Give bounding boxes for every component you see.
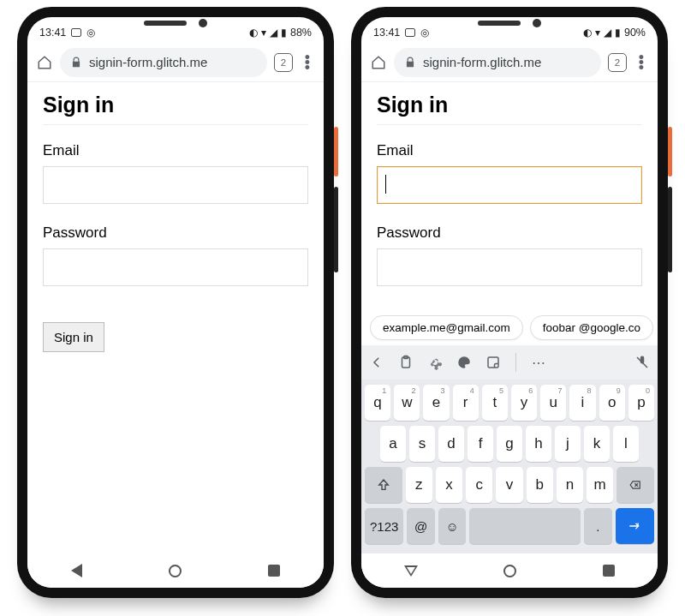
email-field[interactable]	[377, 166, 642, 204]
key-s[interactable]: s	[409, 426, 435, 462]
page-title: Sign in	[43, 93, 308, 125]
key-p[interactable]: p0	[628, 385, 654, 421]
clipboard-icon[interactable]	[397, 354, 414, 371]
key-backspace[interactable]	[616, 467, 654, 503]
key-n[interactable]: n	[557, 467, 583, 503]
key-h[interactable]: h	[526, 426, 551, 462]
password-field[interactable]	[43, 248, 308, 286]
key-space[interactable]	[469, 508, 581, 544]
browser-toolbar: signin-form.glitch.me 2 •••	[27, 43, 324, 82]
menu-button[interactable]: •••	[300, 55, 315, 70]
email-label: Email	[43, 142, 308, 159]
phone-right: 13:41 ◎ ◐ ▾ ◢ ▮ 90% signin-fo	[351, 7, 668, 598]
palette-icon[interactable]	[456, 354, 473, 371]
key-period[interactable]: .	[584, 508, 611, 544]
phone-notch	[144, 19, 207, 27]
nav-back-icon[interactable]	[71, 564, 82, 577]
text-caret	[385, 175, 386, 194]
signal-icon: ◢	[604, 27, 611, 38]
address-bar[interactable]: signin-form.glitch.me	[60, 48, 267, 77]
email-label: Email	[377, 142, 642, 159]
key-at[interactable]: @	[407, 508, 434, 544]
lock-icon	[404, 57, 416, 69]
dnd-icon: ◐	[249, 27, 258, 38]
battery-percent: 90%	[624, 27, 646, 39]
home-icon[interactable]	[36, 55, 53, 70]
suggestion-chip[interactable]: example.me@gmail.com	[370, 315, 523, 340]
status-app-icon	[71, 28, 81, 37]
battery-icon: ▮	[615, 27, 621, 38]
key-emoji[interactable]: ☺	[438, 508, 466, 544]
key-l[interactable]: l	[613, 426, 639, 462]
key-t[interactable]: t5	[482, 385, 508, 421]
phone-notch	[478, 19, 541, 27]
key-symbols[interactable]: ?123	[365, 508, 403, 544]
url-text: signin-form.glitch.me	[423, 55, 541, 69]
nav-recent-icon[interactable]	[603, 565, 615, 577]
sticker-icon[interactable]	[485, 354, 502, 371]
status-time: 13:41	[39, 27, 66, 39]
soft-keyboard: ⋯ q1w2e3r4t5y6u7i8o9p0 asdfghjkl zxcvbnm	[361, 345, 658, 553]
android-navbar	[361, 553, 658, 588]
key-r[interactable]: r4	[453, 385, 479, 421]
nav-home-icon[interactable]	[503, 565, 516, 577]
nav-recent-icon[interactable]	[268, 565, 280, 577]
key-k[interactable]: k	[584, 426, 610, 462]
key-c[interactable]: c	[466, 467, 492, 503]
page-content: Sign in Email Password Sign in	[27, 82, 324, 553]
key-shift[interactable]	[365, 467, 402, 503]
address-bar[interactable]: signin-form.glitch.me	[394, 48, 601, 77]
key-x[interactable]: x	[436, 467, 462, 503]
status-app-icon	[405, 28, 415, 37]
home-icon[interactable]	[370, 55, 387, 70]
key-q[interactable]: q1	[365, 385, 390, 421]
password-label: Password	[377, 224, 642, 242]
key-f[interactable]: f	[468, 426, 493, 462]
signin-button[interactable]: Sign in	[43, 322, 104, 352]
password-field[interactable]	[377, 248, 642, 286]
chevron-left-icon[interactable]	[368, 354, 385, 371]
screen: 13:41 ◎ ◐ ▾ ◢ ▮ 88% signin-fo	[27, 17, 324, 588]
keyboard-toolbar: ⋯	[361, 345, 658, 380]
lock-icon	[70, 57, 82, 69]
key-g[interactable]: g	[497, 426, 522, 462]
autofill-suggestions: example.me@gmail.com foobar @google.co	[361, 310, 658, 345]
signal-icon: ◢	[270, 27, 277, 38]
wifi-icon: ▾	[595, 27, 600, 38]
tab-switcher[interactable]: 2	[608, 53, 627, 72]
suggestion-chip[interactable]: foobar @google.co	[530, 315, 653, 340]
key-enter[interactable]	[616, 508, 654, 544]
svg-rect-2	[488, 357, 498, 368]
key-u[interactable]: u7	[540, 385, 566, 421]
key-w[interactable]: w2	[394, 385, 420, 421]
nav-keyboard-down-icon[interactable]	[404, 565, 418, 577]
key-a[interactable]: a	[380, 426, 406, 462]
nav-home-icon[interactable]	[169, 565, 182, 577]
key-d[interactable]: d	[438, 426, 464, 462]
phone-left: 13:41 ◎ ◐ ▾ ◢ ▮ 88% signin-fo	[17, 7, 334, 598]
page-title: Sign in	[377, 93, 642, 125]
key-b[interactable]: b	[527, 467, 553, 503]
key-i[interactable]: i8	[569, 385, 595, 421]
key-z[interactable]: z	[406, 467, 432, 503]
more-icon[interactable]: ⋯	[530, 354, 547, 371]
android-navbar	[27, 553, 324, 588]
key-o[interactable]: o9	[599, 385, 625, 421]
key-e[interactable]: e3	[423, 385, 449, 421]
url-text: signin-form.glitch.me	[89, 55, 207, 69]
mic-off-icon[interactable]	[634, 354, 651, 371]
gear-icon[interactable]	[426, 354, 444, 371]
email-field[interactable]	[43, 166, 308, 204]
key-j[interactable]: j	[555, 426, 581, 462]
screen: 13:41 ◎ ◐ ▾ ◢ ▮ 90% signin-fo	[361, 17, 658, 588]
password-label: Password	[43, 224, 308, 242]
menu-button[interactable]: •••	[634, 55, 649, 70]
wifi-icon: ▾	[261, 27, 266, 38]
key-v[interactable]: v	[496, 467, 522, 503]
key-y[interactable]: y6	[511, 385, 537, 421]
tab-switcher[interactable]: 2	[274, 53, 293, 72]
nfc-icon: ◎	[420, 27, 429, 38]
key-m[interactable]: m	[587, 467, 613, 503]
browser-toolbar: signin-form.glitch.me 2 •••	[361, 43, 658, 82]
page-content: Sign in Email Password Sign in example.m…	[361, 82, 658, 553]
